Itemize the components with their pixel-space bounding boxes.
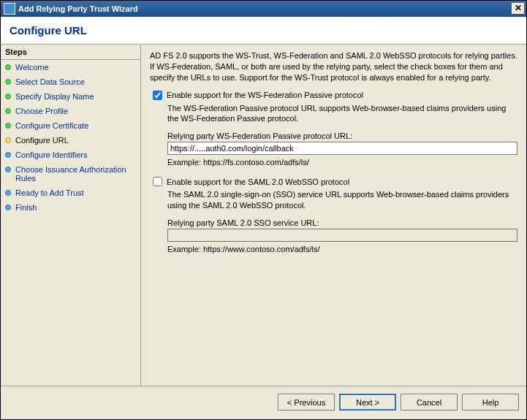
saml-url-label: Relying party SAML 2.0 SSO service URL:	[167, 218, 517, 227]
intro-text: AD FS 2.0 supports the WS-Trust, WS-Fede…	[150, 50, 517, 83]
help-button[interactable]: Help	[462, 394, 519, 411]
wsfed-url-input[interactable]	[167, 142, 517, 155]
step-bullet-icon	[5, 108, 11, 114]
window-title: Add Relying Party Trust Wizard	[18, 4, 512, 13]
step-label: Configure URL	[15, 136, 69, 145]
next-button[interactable]: Next >	[339, 394, 396, 411]
wsfed-desc: The WS-Federation Passive protocol URL s…	[167, 103, 517, 125]
step-bullet-icon	[5, 79, 11, 85]
saml-section: Enable support for the SAML 2.0 WebSSO p…	[150, 177, 517, 253]
wsfed-example: Example: https://fs.contoso.com/adfs/ls/	[167, 158, 517, 167]
saml-checkbox[interactable]	[153, 177, 162, 186]
step-label: Configure Identifiers	[15, 150, 87, 159]
step-label: Finish	[15, 203, 37, 212]
cancel-button[interactable]: Cancel	[401, 394, 458, 411]
previous-button[interactable]: < Previous	[278, 394, 335, 411]
step-label: Welcome	[15, 63, 49, 72]
step-configure-certificate[interactable]: Configure Certificate	[1, 118, 140, 133]
step-welcome[interactable]: Welcome	[1, 60, 140, 75]
step-finish[interactable]: Finish	[1, 200, 140, 215]
wizard-icon	[4, 3, 15, 15]
step-bullet-icon	[5, 123, 11, 129]
step-choose-profile[interactable]: Choose Profile	[1, 104, 140, 118]
step-configure-identifiers[interactable]: Configure Identifiers	[1, 148, 140, 162]
step-label: Specify Display Name	[15, 92, 94, 101]
step-label: Select Data Source	[15, 77, 85, 86]
button-bar: < Previous Next > Cancel Help	[1, 386, 526, 418]
close-icon[interactable]: ✕	[512, 3, 525, 15]
step-ready-to-add-trust[interactable]: Ready to Add Trust	[1, 186, 140, 200]
step-label: Choose Issuance Authorization Rules	[15, 165, 136, 183]
steps-sidebar: Steps WelcomeSelect Data SourceSpecify D…	[1, 45, 141, 386]
saml-url-input	[167, 229, 517, 242]
wsfed-checkbox-label[interactable]: Enable support for the WS-Federation Pas…	[167, 91, 363, 99]
step-label: Configure Certificate	[15, 121, 88, 130]
wsfed-section: Enable support for the WS-Federation Pas…	[150, 91, 517, 167]
step-bullet-icon	[5, 137, 11, 143]
wsfed-checkbox[interactable]	[153, 91, 162, 100]
step-bullet-icon	[5, 64, 11, 70]
step-specify-display-name[interactable]: Specify Display Name	[1, 89, 140, 104]
step-bullet-icon	[5, 190, 11, 196]
saml-desc: The SAML 2.0 single-sign-on (SSO) servic…	[167, 189, 517, 211]
wsfed-url-label: Relying party WS-Federation Passive prot…	[167, 131, 517, 140]
content-panel: AD FS 2.0 supports the WS-Trust, WS-Fede…	[141, 45, 526, 386]
window-titlebar: Add Relying Party Trust Wizard ✕	[1, 1, 526, 17]
saml-checkbox-label[interactable]: Enable support for the SAML 2.0 WebSSO p…	[167, 177, 349, 186]
step-bullet-icon	[5, 205, 11, 210]
step-label: Ready to Add Trust	[15, 188, 84, 197]
page-header: Configure URL	[1, 17, 526, 45]
steps-header: Steps	[1, 45, 140, 60]
step-select-data-source[interactable]: Select Data Source	[1, 75, 140, 89]
step-configure-url[interactable]: Configure URL	[1, 133, 140, 148]
step-bullet-icon	[5, 93, 11, 99]
step-bullet-icon	[5, 152, 11, 158]
page-title: Configure URL	[10, 24, 517, 37]
saml-example: Example: https://www.contoso.com/adfs/ls…	[167, 245, 517, 253]
step-label: Choose Profile	[15, 107, 68, 115]
step-choose-issuance-authorization-rules[interactable]: Choose Issuance Authorization Rules	[1, 162, 140, 186]
step-bullet-icon	[5, 167, 11, 172]
